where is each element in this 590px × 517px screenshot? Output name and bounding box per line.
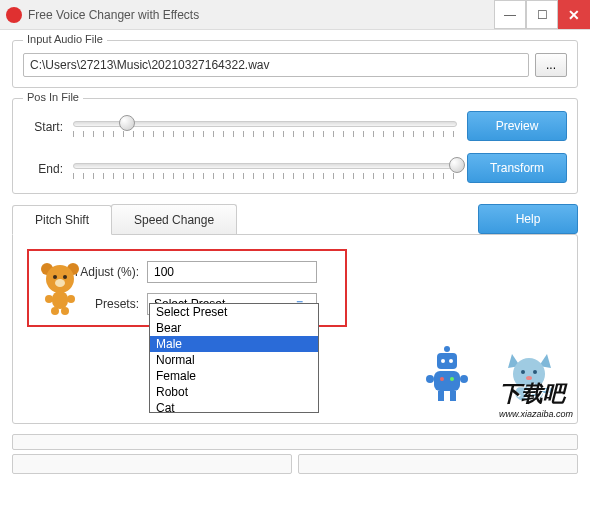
titlebar: Free Voice Changer with Effects — ☐ ✕ (0, 0, 590, 30)
svg-point-28 (515, 384, 543, 402)
svg-point-17 (460, 375, 468, 383)
status-bar-right (298, 454, 578, 474)
svg-point-4 (63, 275, 67, 279)
svg-point-27 (526, 376, 532, 380)
svg-rect-18 (438, 391, 444, 401)
end-slider[interactable] (73, 157, 457, 181)
tab-pitch-shift[interactable]: Pitch Shift (12, 205, 112, 235)
start-label: Start: (23, 120, 63, 134)
preset-option[interactable]: Select Preset (150, 304, 318, 320)
svg-point-7 (45, 295, 53, 303)
svg-point-11 (444, 346, 450, 352)
cat-mascot-icon (502, 348, 557, 403)
preset-option[interactable]: Female (150, 368, 318, 384)
window-title: Free Voice Changer with Effects (28, 8, 494, 22)
svg-rect-29 (542, 388, 554, 393)
browse-button[interactable]: ... (535, 53, 567, 77)
svg-point-3 (53, 275, 57, 279)
svg-point-21 (450, 377, 454, 381)
start-slider[interactable] (73, 115, 457, 139)
transform-button[interactable]: Transform (467, 153, 567, 183)
svg-point-10 (61, 307, 69, 315)
svg-point-14 (449, 359, 453, 363)
svg-point-20 (440, 377, 444, 381)
preset-option[interactable]: Normal (150, 352, 318, 368)
minimize-button[interactable]: — (494, 0, 526, 29)
input-audio-group: Input Audio File ... (12, 40, 578, 88)
tab-speed-change[interactable]: Speed Change (111, 204, 237, 234)
start-slider-row: Start: (23, 115, 457, 139)
preset-option[interactable]: Male (150, 336, 318, 352)
maximize-button[interactable]: ☐ (526, 0, 558, 29)
svg-point-16 (426, 375, 434, 383)
svg-point-25 (521, 370, 525, 374)
preview-button[interactable]: Preview (467, 111, 567, 141)
svg-rect-6 (52, 291, 68, 309)
pitch-shift-panel: Pitch Adjust (%): Presets: Select Preset… (12, 234, 578, 424)
robot-mascot-icon (422, 343, 472, 403)
preset-option[interactable]: Bear (150, 320, 318, 336)
highlight-frame: Pitch Adjust (%): Presets: Select Preset… (27, 249, 347, 327)
svg-point-26 (533, 370, 537, 374)
preset-option[interactable]: Cat (150, 400, 318, 413)
bear-mascot-icon (35, 259, 85, 319)
input-audio-label: Input Audio File (23, 33, 107, 45)
mascots (422, 343, 557, 403)
window-buttons: — ☐ ✕ (494, 0, 590, 29)
svg-point-5 (55, 279, 65, 287)
end-label: End: (23, 162, 63, 176)
preset-option[interactable]: Robot (150, 384, 318, 400)
svg-rect-12 (437, 353, 457, 369)
svg-rect-19 (450, 391, 456, 401)
audio-path-input[interactable] (23, 53, 529, 77)
status-bar-left (12, 454, 292, 474)
svg-rect-15 (434, 371, 460, 391)
presets-dropdown[interactable]: Select PresetBearMaleNormalFemaleRobotCa… (149, 303, 319, 413)
pos-in-file-label: Pos In File (23, 91, 83, 103)
app-icon (6, 7, 22, 23)
pos-in-file-group: Pos In File Start: End: (12, 98, 578, 194)
svg-point-8 (67, 295, 75, 303)
end-slider-row: End: (23, 157, 457, 181)
progress-bar (12, 434, 578, 450)
help-button[interactable]: Help (478, 204, 578, 234)
svg-point-13 (441, 359, 445, 363)
close-button[interactable]: ✕ (558, 0, 590, 29)
svg-point-9 (51, 307, 59, 315)
pitch-adjust-input[interactable] (147, 261, 317, 283)
